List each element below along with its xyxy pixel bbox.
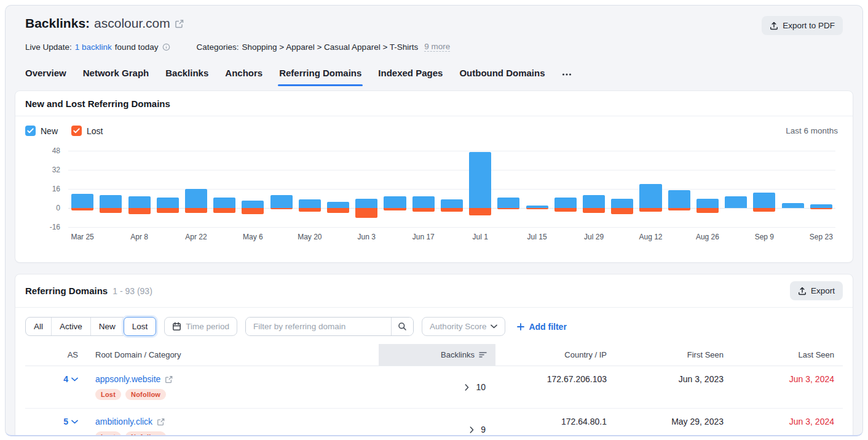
report-header: Backlinks: ascolour.com — [15, 6, 853, 52]
bar-group-may-6[interactable] — [239, 151, 267, 227]
lost-bar — [299, 208, 321, 212]
domain-filter-input[interactable] — [246, 318, 391, 335]
legend-item-lost[interactable]: Lost — [71, 126, 103, 136]
categories-more-link[interactable]: 9 more — [424, 42, 450, 52]
bar-group-jul-1[interactable] — [466, 151, 494, 227]
live-update-link[interactable]: 1 backlink — [75, 42, 112, 52]
x-axis-label — [551, 233, 580, 241]
bar-group-aug-5[interactable] — [608, 151, 636, 227]
new-bar — [100, 195, 122, 208]
tabs-more-button[interactable] — [562, 72, 572, 86]
x-axis-label: Jul 1 — [466, 233, 494, 241]
export-button[interactable]: Export — [790, 281, 843, 300]
x-axis-label — [267, 233, 296, 241]
bar-group-jul-15[interactable] — [523, 151, 551, 227]
bar-group-aug-12[interactable] — [636, 151, 665, 227]
bar-group-apr-8[interactable] — [125, 151, 153, 227]
tab-referring-domains[interactable]: Referring Domains — [279, 68, 361, 86]
checkbox-lost-icon[interactable] — [71, 126, 82, 136]
segment-active[interactable]: Active — [52, 318, 91, 335]
bar-group-sep-23[interactable] — [807, 151, 835, 227]
badges: LostNofollow — [95, 389, 166, 400]
new-bar — [782, 203, 804, 208]
expand-row-icon[interactable] — [470, 426, 474, 433]
new-bar — [270, 195, 293, 208]
badge-nofollow: Nofollow — [125, 389, 166, 400]
chart-title: New and Lost Referring Domains — [15, 91, 853, 116]
bar-group-sep-2[interactable] — [722, 151, 750, 227]
backlinks-cell: 9 — [379, 409, 495, 436]
bar-group-jun-10[interactable] — [381, 151, 409, 227]
column-header-last-seen[interactable]: Last Seen — [732, 344, 843, 366]
add-filter-button[interactable]: Add filter — [517, 322, 566, 332]
external-link-icon[interactable] — [165, 375, 173, 383]
export-to-pdf-button[interactable]: Export to PDF — [762, 16, 843, 35]
badges: LostNofollow — [95, 431, 166, 436]
as-value[interactable]: 5 — [25, 409, 87, 434]
new-bar — [355, 199, 377, 209]
column-header-as[interactable]: AS — [25, 344, 87, 366]
y-axis-label: 16 — [52, 185, 60, 193]
bar-group-apr-1[interactable] — [97, 151, 125, 227]
badge-lost: Lost — [95, 431, 121, 436]
bar-group-jun-17[interactable] — [409, 151, 438, 227]
lost-bar — [469, 208, 491, 215]
lost-bar — [412, 208, 435, 212]
domain-link[interactable]: ambitionly.click — [95, 417, 165, 426]
segment-lost[interactable]: Lost — [124, 317, 157, 336]
segment-all[interactable]: All — [26, 318, 52, 335]
new-bar — [725, 196, 747, 208]
as-value[interactable]: 4 — [25, 366, 87, 392]
bar-group-jun-24[interactable] — [438, 151, 466, 227]
tab-network-graph[interactable]: Network Graph — [83, 68, 149, 86]
lost-bar — [384, 208, 406, 210]
page-title: Backlinks: ascolour.com — [25, 16, 184, 31]
x-axis-label: May 20 — [296, 233, 324, 241]
search-button[interactable] — [391, 318, 413, 335]
column-header-first-seen[interactable]: First Seen — [615, 344, 732, 366]
legend-label: New — [41, 126, 58, 136]
bar-group-apr-29[interactable] — [210, 151, 239, 227]
external-link-icon[interactable] — [157, 418, 165, 426]
column-header-backlinks[interactable]: Backlinks — [379, 344, 495, 366]
x-axis-label — [210, 233, 239, 241]
as-number: 5 — [63, 417, 68, 426]
column-header-root-domain-category[interactable]: Root Domain / Category — [87, 344, 379, 366]
bar-group-sep-9[interactable] — [750, 151, 778, 227]
root-domain-cell: ambitionly.clickLostNofollow — [87, 409, 379, 436]
tab-outbound-domains[interactable]: Outbound Domains — [459, 68, 545, 86]
checkbox-new-icon[interactable] — [25, 126, 36, 136]
bar-group-may-27[interactable] — [324, 151, 352, 227]
bar-group-mar-25[interactable] — [68, 151, 97, 227]
tab-anchors[interactable]: Anchors — [225, 68, 262, 86]
tab-overview[interactable]: Overview — [25, 68, 66, 86]
bar-group-jun-3[interactable] — [352, 151, 381, 227]
chevron-down-icon — [71, 377, 78, 382]
bar-group-jul-22[interactable] — [551, 151, 580, 227]
bar-group-apr-15[interactable] — [154, 151, 182, 227]
bar-group-sep-16[interactable] — [778, 151, 807, 227]
info-icon[interactable] — [162, 43, 170, 51]
bar-group-apr-22[interactable] — [182, 151, 210, 227]
lost-bar — [639, 208, 661, 212]
tab-indexed-pages[interactable]: Indexed Pages — [378, 68, 443, 86]
bar-group-aug-26[interactable] — [693, 151, 722, 227]
new-bar — [157, 198, 179, 208]
time-period-button[interactable]: Time period — [164, 317, 237, 336]
bar-group-jul-29[interactable] — [580, 151, 608, 227]
column-header-country-ip[interactable]: Country / IP — [495, 344, 615, 366]
segment-new[interactable]: New — [91, 318, 124, 335]
y-axis-label: 0 — [56, 204, 60, 212]
authority-score-dropdown[interactable]: Authority Score — [422, 317, 505, 336]
bar-group-may-13[interactable] — [267, 151, 296, 227]
bar-group-may-20[interactable] — [296, 151, 324, 227]
expand-row-icon[interactable] — [465, 384, 469, 391]
bar-group-aug-19[interactable] — [665, 151, 693, 227]
tab-backlinks[interactable]: Backlinks — [165, 68, 208, 86]
legend-item-new[interactable]: New — [25, 126, 58, 136]
sort-icon — [479, 351, 487, 358]
external-link-icon[interactable] — [175, 19, 184, 28]
lost-bar — [753, 208, 775, 212]
bar-group-jul-8[interactable] — [494, 151, 523, 227]
domain-link[interactable]: appsonly.website — [95, 374, 173, 384]
